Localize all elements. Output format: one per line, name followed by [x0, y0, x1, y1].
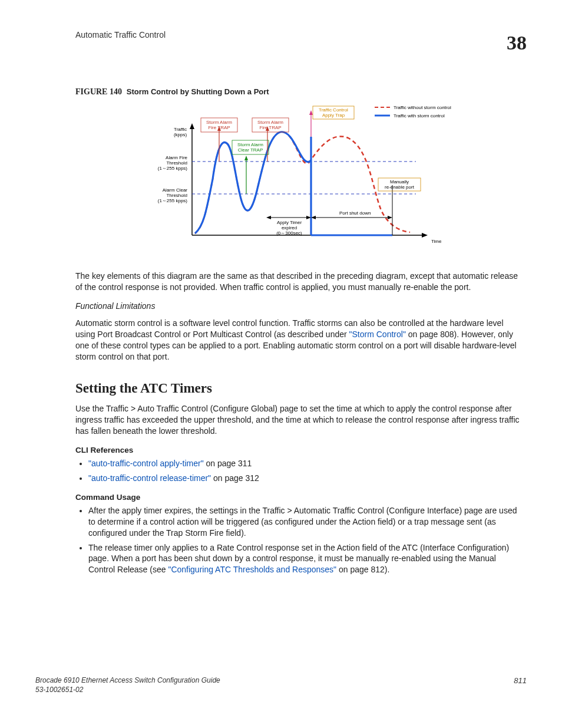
- paragraph-key-elements: The key elements of this diagram are the…: [75, 271, 521, 293]
- label-storm-fire-trap-2: Storm AlarmFire TRAP: [257, 120, 283, 130]
- y-axis-label: Traffic(kpps): [174, 127, 187, 137]
- list-item: "auto-traffic-control apply-timer" on pa…: [88, 458, 521, 469]
- link-release-timer[interactable]: "auto-traffic-control release-timer": [88, 473, 211, 483]
- figure-label: FIGURE 140: [75, 87, 122, 96]
- label-manual-reenable: Manuallyre-enable port: [385, 179, 415, 190]
- page-content: FIGURE 140 Storm Control by Shutting Dow…: [75, 86, 521, 575]
- section-title-atc-timers: Setting the ATC Timers: [75, 379, 521, 397]
- link-storm-control[interactable]: "Storm Control": [349, 330, 406, 339]
- page-footer: Brocade 6910 Ethernet Access Switch Conf…: [35, 676, 527, 694]
- label-storm-clear-trap: Storm AlarmClear TRAP: [237, 142, 263, 153]
- cli-ref1-tail: on page 311: [204, 459, 252, 468]
- list-item: "auto-traffic-control release-timer" on …: [88, 473, 521, 484]
- paragraph-atc-timers-intro: Use the Traffic > Auto Traffic Control (…: [75, 403, 521, 437]
- cli-references-heading: CLI References: [75, 445, 521, 456]
- link-apply-timer[interactable]: "auto-traffic-control apply-timer": [88, 459, 204, 468]
- chapter-number: 38: [507, 29, 527, 57]
- cli-ref2-tail: on page 312: [211, 473, 259, 483]
- link-configuring-atc[interactable]: "Configuring ATC Thresholds and Response…: [168, 565, 336, 574]
- x-axis-label: Time: [431, 239, 442, 244]
- svg-marker-22: [388, 216, 392, 219]
- diagram-svg: Storm AlarmFire TRAP Storm AlarmFire TRA…: [145, 103, 451, 256]
- svg-marker-2: [190, 123, 194, 129]
- apply-timer-label: Apply Timerexpired(0～300sec): [276, 220, 302, 236]
- figure-caption-line: FIGURE 140 Storm Control by Shutting Dow…: [75, 86, 521, 98]
- footer-guide-title: Brocade 6910 Ethernet Access Switch Conf…: [35, 676, 527, 685]
- figure-caption: Storm Control by Shutting Down a Port: [127, 87, 269, 96]
- svg-marker-3: [422, 233, 428, 238]
- svg-marker-15: [309, 110, 313, 115]
- port-shutdown-label: Port shut down: [339, 210, 371, 216]
- header-title: Automatic Traffic Control: [75, 29, 166, 41]
- legend-with: Traffic with storm control: [394, 113, 445, 118]
- label-storm-fire-trap-1: Storm AlarmFire TRAP: [206, 120, 232, 130]
- footer-page-number: 811: [514, 676, 527, 686]
- paragraph-functional-limitations: Automatic storm control is a software le…: [75, 318, 521, 363]
- svg-marker-18: [266, 216, 271, 219]
- label-tc-apply-trap: Traffic ControlApply Trap: [319, 107, 348, 118]
- list-item: The release timer only applies to a Rate…: [88, 542, 521, 576]
- cli-references-list: "auto-traffic-control apply-timer" on pa…: [75, 458, 521, 484]
- alarm-clear-threshold-label: Alarm ClearThreshold(1～255 kpps): [158, 187, 188, 203]
- list-item: After the apply timer expires, the setti…: [88, 505, 521, 539]
- command-usage-list: After the apply timer expires, the setti…: [75, 505, 521, 575]
- storm-control-diagram: Storm AlarmFire TRAP Storm AlarmFire TRA…: [75, 103, 521, 259]
- command-usage-heading: Command Usage: [75, 492, 521, 503]
- svg-marker-11: [244, 156, 248, 160]
- legend-without: Traffic without storm control: [394, 105, 451, 110]
- page-header: Automatic Traffic Control 38: [35, 29, 527, 57]
- cmd2-text-b: on page 812).: [336, 565, 389, 574]
- footer-doc-number: 53-1002651-02: [35, 685, 527, 694]
- functional-limitations-heading: Functional Limitations: [75, 301, 521, 312]
- alarm-fire-threshold-label: Alarm FireThreshold(1～255 kpps): [158, 155, 188, 171]
